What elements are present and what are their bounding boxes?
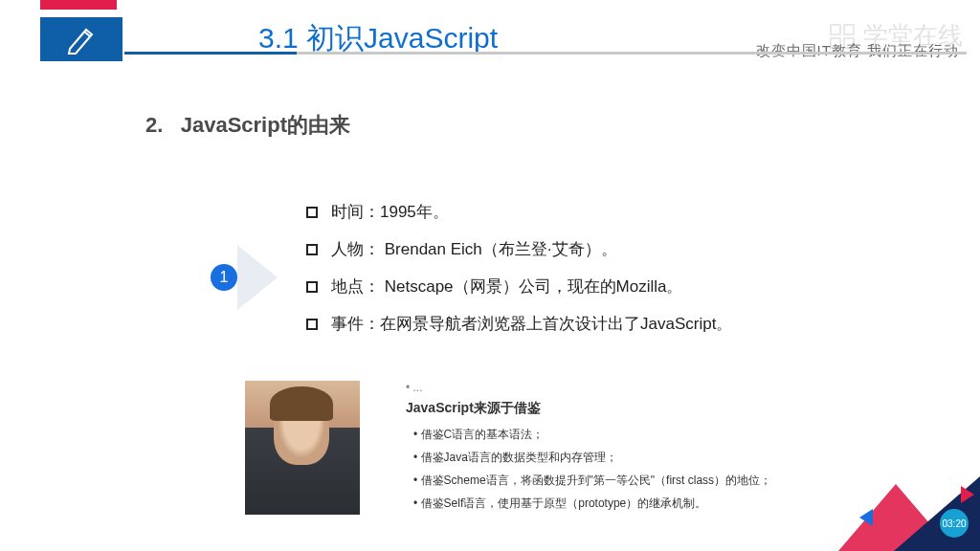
square-bullet-icon (306, 244, 318, 255)
bullet-text: 时间：1995年。 (331, 201, 449, 223)
section-number: 2. (145, 113, 163, 137)
card-item: 借鉴Scheme语言，将函数提升到"第一等公民"（first class）的地位… (406, 473, 808, 489)
bullet-text: 地点： Netscape（网景）公司，现在的Mozilla。 (331, 276, 682, 298)
card-item: 借鉴C语言的基本语法； (406, 427, 808, 443)
triangle-red-icon (838, 484, 953, 551)
svg-rect-1 (844, 25, 854, 34)
step-number-badge: 1 (211, 264, 237, 291)
bullet-list: 时间：1995年。 人物： Brendan Eich（布兰登·艾奇）。 地点： … (306, 201, 880, 350)
section-title: JavaScript的由来 (181, 113, 350, 137)
lower-content: • ... JavaScript来源于借鉴 借鉴C语言的基本语法； 借鉴Java… (245, 381, 808, 518)
card-item: 借鉴Java语言的数据类型和内存管理； (406, 450, 808, 466)
title-underline (124, 52, 967, 55)
svg-rect-0 (831, 25, 840, 34)
section-heading: 2. JavaScript的由来 (145, 111, 350, 140)
step-number: 1 (220, 269, 229, 286)
reference-card: • ... JavaScript来源于借鉴 借鉴C语言的基本语法； 借鉴Java… (406, 381, 808, 518)
card-item: 借鉴Self语言，使用基于原型（prototype）的继承机制。 (406, 496, 808, 512)
top-accent-bar (40, 0, 117, 10)
square-bullet-icon (306, 207, 318, 218)
timestamp-text: 03:20 (942, 518, 966, 529)
card-dots: • ... (406, 381, 808, 394)
pencil-badge (40, 17, 122, 61)
square-bullet-icon (306, 281, 318, 293)
pencil-icon (65, 24, 98, 55)
bullet-text: 事件：在网景导航者浏览器上首次设计出了JavaScript。 (331, 313, 732, 335)
list-item: 事件：在网景导航者浏览器上首次设计出了JavaScript。 (306, 313, 880, 335)
chevron-right-icon (237, 245, 278, 310)
card-title: JavaScript来源于借鉴 (406, 400, 808, 417)
portrait-image (245, 381, 360, 515)
prev-slide-button[interactable] (859, 509, 873, 526)
list-item: 人物： Brendan Eich（布兰登·艾奇）。 (306, 238, 880, 260)
corner-decoration (846, 455, 980, 551)
slide-header: 3.1 初识JavaScript 学堂在线 改变中国IT教育 我们正在行动 (0, 11, 980, 65)
bullet-text: 人物： Brendan Eich（布兰登·艾奇）。 (331, 238, 617, 260)
timestamp-badge: 03:20 (940, 509, 969, 538)
list-item: 时间：1995年。 (306, 201, 880, 223)
square-bullet-icon (306, 319, 318, 330)
list-item: 地点： Netscape（网景）公司，现在的Mozilla。 (306, 276, 880, 298)
next-slide-button[interactable] (961, 486, 974, 503)
